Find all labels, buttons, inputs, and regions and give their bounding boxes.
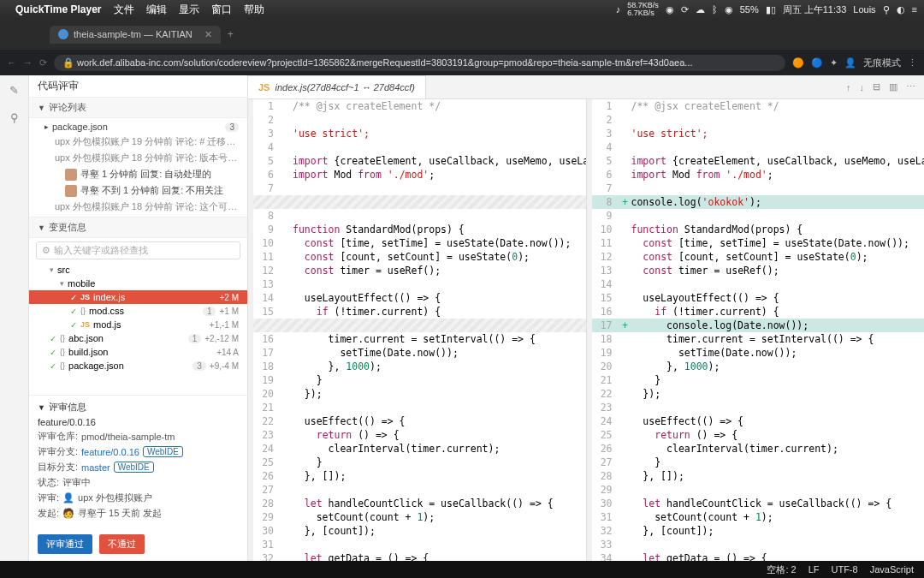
new-tab-button[interactable]: +: [228, 28, 234, 40]
code-line[interactable]: 3'use strict';: [253, 127, 586, 140]
code-line[interactable]: 13: [253, 277, 586, 291]
status-language[interactable]: JavaScript: [870, 564, 914, 575]
code-line[interactable]: 1/** @jsx createElement */: [253, 99, 586, 113]
code-line[interactable]: 22 useEffect(() => {: [253, 414, 586, 428]
spotlight-icon[interactable]: ⚲: [883, 4, 890, 15]
code-line[interactable]: 18 timer.current = setInterval(() => {: [592, 332, 925, 346]
code-line[interactable]: 14: [592, 277, 925, 291]
src-branch-link[interactable]: feature/0.0.16: [81, 447, 139, 457]
changes-section-header[interactable]: ▼ 变更信息: [29, 217, 247, 238]
code-line[interactable]: 29: [592, 483, 925, 497]
cloud-icon[interactable]: ☁: [696, 4, 705, 15]
code-line[interactable]: 6import Mod from './mod';: [592, 168, 925, 182]
editor-tab[interactable]: JS index.js(27d84ccf~1 ↔ 27d84ccf): [248, 75, 426, 98]
record-icon[interactable]: ◉: [666, 4, 674, 15]
code-line[interactable]: 14 useLayoutEffect(() => {: [253, 291, 586, 305]
folder-row[interactable]: ▾mobile: [29, 277, 247, 290]
code-line[interactable]: 28 }, []);: [592, 469, 925, 483]
file-row[interactable]: ✓{}abc.json1+2,-12 M: [29, 331, 247, 345]
code-line[interactable]: 13 const timer = useRef();: [592, 264, 925, 277]
split-icon[interactable]: ▥: [889, 81, 897, 92]
prev-diff-icon[interactable]: ↑: [846, 82, 851, 92]
reload-icon[interactable]: ⟳: [39, 57, 47, 69]
comment-row[interactable]: 寻壑 不到 1 分钟前 回复: 不用关注: [29, 182, 247, 199]
folder-row[interactable]: ▾src: [29, 263, 247, 277]
code-line[interactable]: [253, 319, 586, 332]
code-line[interactable]: 20 }, 1000);: [592, 360, 925, 373]
code-line[interactable]: 1/** @jsx createElement */: [592, 99, 925, 113]
code-line[interactable]: 31 setCount(count + 1);: [592, 510, 925, 524]
code-line[interactable]: 30 }, [count]);: [253, 524, 586, 538]
code-line[interactable]: 5import {createElement, useCallback, use…: [253, 154, 586, 168]
ext-icon-2[interactable]: 🔵: [811, 57, 823, 69]
code-line[interactable]: 5import {createElement, useCallback, use…: [592, 154, 925, 168]
comment-row[interactable]: upx 外包模拟账户 18 分钟前 评论: 版本号同步: [29, 150, 247, 166]
webide-pill[interactable]: WebIDE: [114, 462, 154, 473]
more-icon[interactable]: ⋯: [906, 81, 915, 92]
code-line[interactable]: 32 let getData = () => {: [253, 551, 586, 561]
code-line[interactable]: 15 useLayoutEffect(() => {: [592, 291, 925, 305]
code-line[interactable]: 31: [253, 538, 586, 551]
reject-button[interactable]: 不通过: [99, 534, 145, 554]
code-line[interactable]: 26 clearInterval(timer.current);: [592, 442, 925, 456]
code-line[interactable]: 17+ console.log(Date.now());: [592, 319, 925, 332]
code-line[interactable]: 18 }, 1000);: [253, 360, 586, 373]
back-icon[interactable]: ←: [7, 57, 16, 68]
status-eol[interactable]: LF: [808, 564, 820, 575]
sync-icon[interactable]: ⟳: [681, 4, 689, 15]
status-spaces[interactable]: 空格: 2: [767, 563, 796, 576]
code-line[interactable]: 3'use strict';: [592, 127, 925, 140]
code-line[interactable]: 25 return () => {: [592, 428, 925, 442]
url-field[interactable]: 🔒 work.def.alibaba-inc.com/solution/code…: [54, 55, 785, 71]
code-line[interactable]: 23: [592, 401, 925, 414]
code-line[interactable]: 29 setCount(count + 1);: [253, 510, 586, 524]
code-line[interactable]: 12 const timer = useRef();: [253, 264, 586, 277]
code-line[interactable]: 33: [592, 538, 925, 551]
file-row[interactable]: ✓{}build.json+14 A: [29, 345, 247, 359]
code-line[interactable]: 27: [253, 483, 586, 497]
file-row[interactable]: ✓JSindex.js+2 M: [29, 290, 247, 304]
code-line[interactable]: 17 setTime(Date.now());: [253, 346, 586, 360]
code-line[interactable]: [253, 195, 586, 209]
code-line[interactable]: 19 setTime(Date.now());: [592, 346, 925, 360]
code-line[interactable]: 16 timer.current = setInterval(() => {: [253, 332, 586, 346]
code-line[interactable]: 21: [253, 401, 586, 414]
comment-row[interactable]: 寻壑 1 分钟前 回复: 自动处理的: [29, 166, 247, 182]
wifi-icon[interactable]: ◉: [725, 4, 733, 15]
code-line[interactable]: 8+console.log('okokok');: [592, 195, 925, 209]
code-line[interactable]: 19 }: [253, 373, 586, 387]
battery-icon[interactable]: ▮▯: [766, 4, 776, 15]
code-line[interactable]: 10 const [time, setTime] = useState(Date…: [253, 236, 586, 250]
code-line[interactable]: 26 }, []);: [253, 469, 586, 483]
code-line[interactable]: 6import Mod from './mod';: [253, 168, 586, 182]
file-row[interactable]: ✓{}package.json3+9,-4 M: [29, 359, 247, 372]
menu-window[interactable]: 窗口: [211, 3, 232, 17]
review-icon[interactable]: ✎: [7, 82, 22, 98]
comments-section-header[interactable]: ▼ 评论列表: [29, 97, 247, 118]
code-line[interactable]: 11 const [count, setCount] = useState(0)…: [253, 250, 586, 264]
approve-button[interactable]: 评审通过: [38, 534, 92, 554]
forward-icon[interactable]: →: [23, 57, 33, 68]
menu-file[interactable]: 文件: [114, 3, 134, 17]
diff-left-pane[interactable]: 1/** @jsx createElement */23'use strict'…: [248, 99, 587, 561]
code-line[interactable]: 9function StandardMod(props) {: [253, 223, 586, 236]
comment-row[interactable]: upx 外包模拟账户 18 分钟前 评论: 这个可以稍等: [29, 199, 247, 215]
code-line[interactable]: 7: [253, 182, 586, 195]
code-line[interactable]: 11 const [time, setTime] = useState(Date…: [592, 236, 925, 250]
puzzle-icon[interactable]: ✦: [830, 57, 838, 69]
code-line[interactable]: 24 useEffect(() => {: [592, 414, 925, 428]
file-search-input[interactable]: ⚙ 输入关键字或路径查找: [36, 241, 240, 259]
code-line[interactable]: 9: [592, 209, 925, 223]
music-icon[interactable]: ♪: [616, 4, 621, 15]
code-line[interactable]: 4: [592, 140, 925, 154]
code-line[interactable]: 7: [592, 182, 925, 195]
code-line[interactable]: 30 let handleCountClick = useCallback(()…: [592, 497, 925, 510]
diff-view[interactable]: 1/** @jsx createElement */23'use strict'…: [248, 99, 924, 561]
code-line[interactable]: 23 return () => {: [253, 428, 586, 442]
code-line[interactable]: 21 }: [592, 373, 925, 387]
next-diff-icon[interactable]: ↓: [860, 82, 865, 92]
code-line[interactable]: 22 });: [592, 387, 925, 401]
code-line[interactable]: 27 }: [592, 456, 925, 469]
status-encoding[interactable]: UTF-8: [831, 564, 857, 575]
ext-icon-1[interactable]: 🟠: [792, 57, 804, 69]
